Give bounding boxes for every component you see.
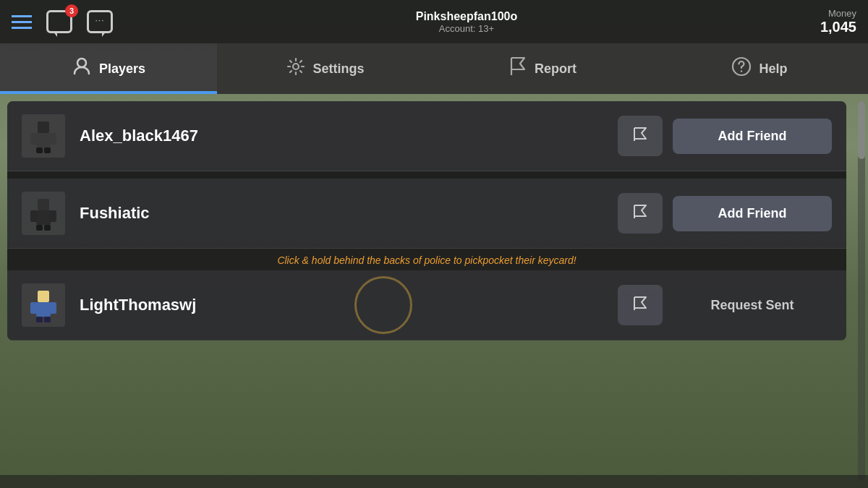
player-name-lightthomaswj: LightThomaswj — [80, 296, 618, 314]
row-gap-1 — [7, 171, 846, 179]
settings-tab-label: Settings — [312, 61, 364, 77]
username-display: Pinksheepfan100o — [416, 10, 518, 23]
tab-help[interactable]: Help — [651, 43, 868, 94]
tab-players[interactable]: Players — [0, 43, 217, 94]
flag-icon — [631, 126, 649, 147]
players-tab-icon — [72, 56, 92, 81]
report-tab-label: Report — [535, 61, 576, 77]
tab-settings[interactable]: Settings — [217, 43, 434, 94]
player-row: LightThomaswj Request Sent — [7, 270, 846, 341]
svg-rect-8 — [36, 147, 43, 153]
svg-rect-12 — [30, 210, 38, 222]
scrollbar-thumb[interactable] — [858, 101, 865, 159]
game-circle-1 — [354, 276, 412, 334]
players-tab-label: Players — [99, 61, 145, 77]
hamburger-line3 — [12, 27, 32, 29]
svg-rect-4 — [38, 121, 49, 133]
tab-bar: Players Settings Report Help — [0, 43, 868, 94]
account-type: Account: 13+ — [439, 23, 494, 34]
chat-badge: 3 — [65, 4, 78, 17]
svg-point-1 — [293, 64, 299, 69]
bottom-bar — [0, 475, 868, 488]
player-name-alex: Alex_black1467 — [80, 127, 618, 145]
hamburger-line1 — [12, 15, 32, 17]
svg-rect-10 — [38, 199, 49, 210]
header-right: Money 1,045 — [820, 8, 856, 35]
report-flag-lightthomaswj[interactable] — [618, 285, 663, 325]
svg-rect-6 — [30, 133, 38, 145]
svg-point-0 — [77, 59, 86, 67]
player-name-fushiatic: Fushiatic — [80, 204, 618, 223]
svg-point-3 — [741, 70, 742, 72]
add-friend-alex[interactable]: Add Friend — [673, 119, 832, 154]
content-area: Alex_black1467 Add Friend — [0, 94, 868, 488]
svg-rect-16 — [38, 291, 49, 302]
player-avatar-alex — [22, 114, 65, 158]
scrollbar-track[interactable] — [858, 101, 865, 481]
svg-rect-19 — [49, 302, 56, 314]
report-flag-fushiatic[interactable] — [618, 193, 663, 234]
svg-rect-5 — [36, 133, 51, 147]
header: 3 Pinksheepfan100o Account: 13+ Money 1,… — [0, 0, 868, 43]
svg-rect-18 — [30, 302, 38, 314]
svg-rect-15 — [44, 225, 51, 231]
player-row: Fushiatic Add Friend — [7, 179, 846, 249]
flag-icon — [631, 295, 649, 316]
player-row: Alex_black1467 Add Friend — [7, 101, 846, 171]
svg-rect-7 — [49, 133, 56, 145]
svg-rect-17 — [36, 302, 51, 317]
hint-text: Click & hold behind the backs of police … — [7, 249, 846, 270]
report-tab-icon — [509, 56, 527, 81]
header-center: Pinksheepfan100o Account: 13+ — [416, 10, 518, 34]
help-tab-label: Help — [759, 61, 787, 77]
svg-rect-11 — [36, 210, 51, 225]
svg-rect-21 — [44, 317, 51, 322]
chat2-button[interactable] — [87, 10, 113, 33]
settings-tab-icon — [286, 57, 305, 80]
svg-rect-14 — [36, 225, 43, 231]
svg-rect-13 — [49, 210, 56, 222]
players-panel: Alex_black1467 Add Friend — [7, 101, 846, 341]
report-flag-alex[interactable] — [618, 116, 663, 156]
chat-button[interactable]: 3 — [46, 10, 72, 33]
add-friend-fushiatic[interactable]: Add Friend — [673, 196, 832, 231]
hamburger-menu[interactable] — [12, 15, 32, 29]
svg-rect-20 — [36, 317, 43, 322]
help-tab-icon — [731, 56, 752, 81]
player-avatar-lightthomaswj — [22, 283, 65, 327]
player-avatar-fushiatic — [22, 192, 65, 235]
money-label: Money — [828, 8, 856, 19]
money-amount: 1,045 — [820, 19, 856, 35]
hamburger-line2 — [12, 21, 32, 23]
header-left: 3 — [12, 10, 113, 33]
request-sent-lightthomaswj: Request Sent — [673, 288, 832, 323]
tab-report[interactable]: Report — [434, 43, 651, 94]
svg-rect-9 — [44, 147, 51, 153]
flag-icon — [631, 203, 649, 224]
